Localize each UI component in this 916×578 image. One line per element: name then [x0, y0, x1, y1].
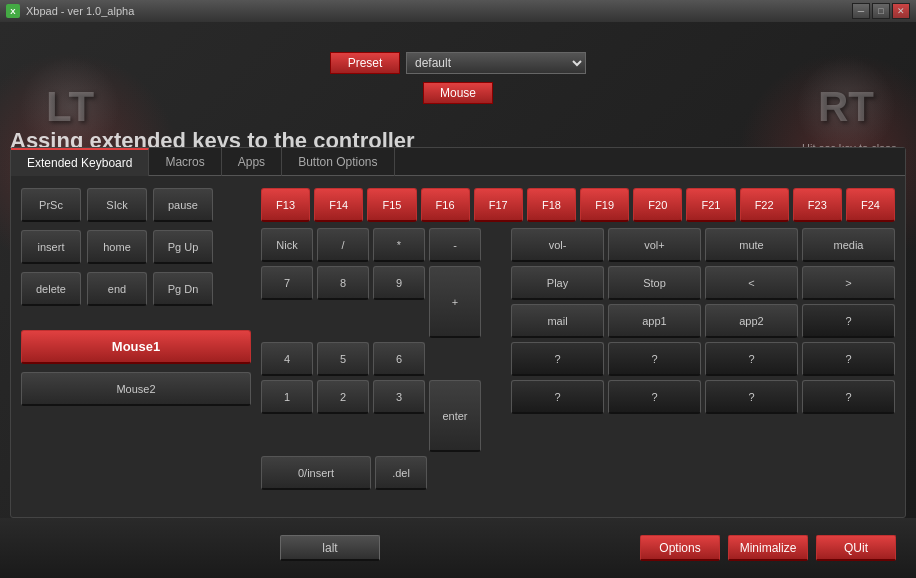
- key-f17[interactable]: F17: [474, 188, 523, 222]
- key-unknown-5d[interactable]: ?: [802, 380, 895, 414]
- key-numenter[interactable]: enter: [429, 380, 481, 452]
- minimize-window-button[interactable]: ─: [852, 3, 870, 19]
- key-vol-up[interactable]: vol+: [608, 228, 701, 262]
- numpad-row-1: Nick / * -: [261, 228, 481, 262]
- numpad-spacer: [491, 228, 501, 505]
- title-bar-left: X Xbpad - ver 1.0_alpha: [6, 4, 134, 18]
- key-delete[interactable]: delete: [21, 272, 81, 306]
- key-numslash[interactable]: /: [317, 228, 369, 262]
- key-f21[interactable]: F21: [686, 188, 735, 222]
- key-app2[interactable]: app2: [705, 304, 798, 338]
- numpad-row-4: 1 2 3 enter: [261, 380, 481, 452]
- key-pgup[interactable]: Pg Up: [153, 230, 213, 264]
- key-num6[interactable]: 6: [373, 342, 425, 376]
- mouse1-button[interactable]: Mouse1: [21, 330, 251, 364]
- close-window-button[interactable]: ✕: [892, 3, 910, 19]
- key-f13[interactable]: F13: [261, 188, 310, 222]
- mouse-button[interactable]: Mouse: [423, 82, 493, 104]
- key-row-1: PrSc SIck pause: [21, 188, 251, 222]
- key-pgdn[interactable]: Pg Dn: [153, 272, 213, 306]
- key-nummul[interactable]: *: [373, 228, 425, 262]
- key-num4[interactable]: 4: [261, 342, 313, 376]
- options-button[interactable]: Options: [640, 535, 720, 561]
- key-num3[interactable]: 3: [373, 380, 425, 414]
- key-f19[interactable]: F19: [580, 188, 629, 222]
- key-end[interactable]: end: [87, 272, 147, 306]
- tab-macros[interactable]: Macros: [149, 148, 221, 176]
- mouse2-button[interactable]: Mouse2: [21, 372, 251, 406]
- key-f20[interactable]: F20: [633, 188, 682, 222]
- key-stop[interactable]: Stop: [608, 266, 701, 300]
- key-numdel[interactable]: .del: [375, 456, 427, 490]
- top-section: LT RT Preset default Mouse Assing extend…: [0, 22, 916, 162]
- bottom-center: lalt: [20, 535, 640, 561]
- preset-select[interactable]: default: [406, 52, 586, 74]
- tab-extended-keyboard[interactable]: Extended Keyboard: [11, 148, 149, 176]
- key-next[interactable]: >: [802, 266, 895, 300]
- title-bar: X Xbpad - ver 1.0_alpha ─ □ ✕: [0, 0, 916, 22]
- key-f18[interactable]: F18: [527, 188, 576, 222]
- key-app1[interactable]: app1: [608, 304, 701, 338]
- title-bar-controls[interactable]: ─ □ ✕: [852, 3, 910, 19]
- key-vol-down[interactable]: vol-: [511, 228, 604, 262]
- restore-window-button[interactable]: □: [872, 3, 890, 19]
- left-column: PrSc SIck pause insert home Pg Up delete…: [21, 188, 251, 505]
- tab-apps[interactable]: Apps: [222, 148, 282, 176]
- key-f22[interactable]: F22: [740, 188, 789, 222]
- key-unknown-4c[interactable]: ?: [705, 342, 798, 376]
- key-unknown-5c[interactable]: ?: [705, 380, 798, 414]
- key-num7[interactable]: 7: [261, 266, 313, 300]
- key-f24[interactable]: F24: [846, 188, 895, 222]
- key-num2[interactable]: 2: [317, 380, 369, 414]
- key-f14[interactable]: F14: [314, 188, 363, 222]
- numpad-row-5: 0/insert .del: [261, 456, 481, 490]
- numpad-area: Nick / * - 7 8 9 +: [261, 228, 481, 505]
- key-insert[interactable]: insert: [21, 230, 81, 264]
- key-unknown-4a[interactable]: ?: [511, 342, 604, 376]
- key-pause[interactable]: pause: [153, 188, 213, 222]
- numpad-row-2: 7 8 9 +: [261, 266, 481, 338]
- key-num5[interactable]: 5: [317, 342, 369, 376]
- key-unknown-5a[interactable]: ?: [511, 380, 604, 414]
- media-row-4: ? ? ? ?: [511, 342, 895, 376]
- main-panel: Extended Keyboard Macros Apps Button Opt…: [10, 147, 906, 518]
- key-num9[interactable]: 9: [373, 266, 425, 300]
- key-row-3: delete end Pg Dn: [21, 272, 251, 306]
- bottom-bar: lalt Options Minimalize QUit: [0, 518, 916, 578]
- fkeys-row: F13 F14 F15 F16 F17 F18 F19 F20 F21 F22 …: [261, 188, 895, 222]
- quit-button[interactable]: QUit: [816, 535, 896, 561]
- key-mail[interactable]: mail: [511, 304, 604, 338]
- key-mute[interactable]: mute: [705, 228, 798, 262]
- key-f16[interactable]: F16: [421, 188, 470, 222]
- media-row-3: mail app1 app2 ?: [511, 304, 895, 338]
- key-media[interactable]: media: [802, 228, 895, 262]
- mouse2-row: Mouse2: [21, 372, 251, 406]
- key-play[interactable]: Play: [511, 266, 604, 300]
- key-f23[interactable]: F23: [793, 188, 842, 222]
- ialt-button[interactable]: lalt: [280, 535, 380, 561]
- key-numinsert[interactable]: 0/insert: [261, 456, 371, 490]
- mouse-row: Mouse: [423, 82, 493, 104]
- key-unknown-5b[interactable]: ?: [608, 380, 701, 414]
- key-slck[interactable]: SIck: [87, 188, 147, 222]
- middle-area: Nick / * - 7 8 9 +: [261, 228, 895, 505]
- key-unknown-4b[interactable]: ?: [608, 342, 701, 376]
- tab-button-options[interactable]: Button Options: [282, 148, 394, 176]
- main-background: LT RT Preset default Mouse Assing extend…: [0, 22, 916, 578]
- key-nick[interactable]: Nick: [261, 228, 313, 262]
- numpad-row-3: 4 5 6: [261, 342, 481, 376]
- key-unknown-4d[interactable]: ?: [802, 342, 895, 376]
- preset-row: Preset default: [330, 52, 586, 74]
- key-f15[interactable]: F15: [367, 188, 416, 222]
- preset-button[interactable]: Preset: [330, 52, 400, 74]
- key-num1[interactable]: 1: [261, 380, 313, 414]
- minimize-button[interactable]: Minimalize: [728, 535, 808, 561]
- key-num8[interactable]: 8: [317, 266, 369, 300]
- key-numplus[interactable]: +: [429, 266, 481, 338]
- key-prsc[interactable]: PrSc: [21, 188, 81, 222]
- key-prev[interactable]: <: [705, 266, 798, 300]
- key-home[interactable]: home: [87, 230, 147, 264]
- media-row-5: ? ? ? ?: [511, 380, 895, 414]
- key-numminus[interactable]: -: [429, 228, 481, 262]
- key-unknown-3[interactable]: ?: [802, 304, 895, 338]
